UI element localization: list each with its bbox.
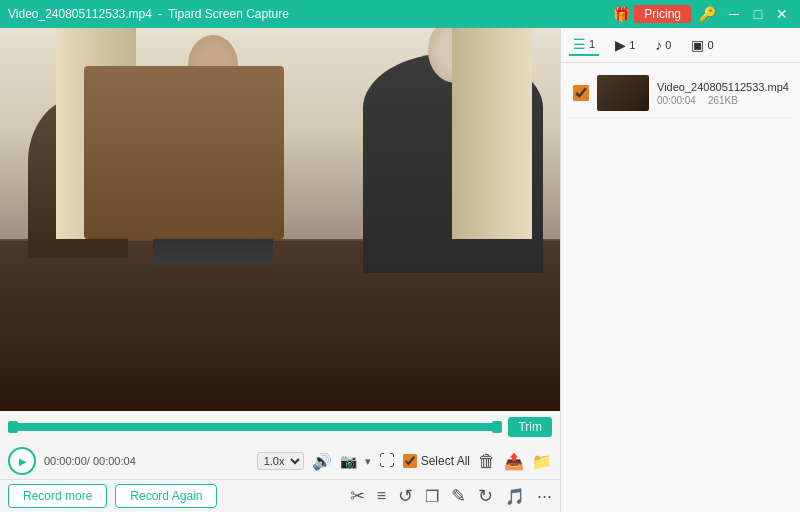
file-name: Video_240805112533.mp4	[657, 81, 789, 93]
time-total: 00:00:04	[93, 455, 136, 467]
left-panel: Trim ▶ 00:00:00/ 00:00:04 1.0x 0.5x 1.5x…	[0, 28, 560, 512]
time-display: 00:00:00/ 00:00:04	[44, 455, 136, 467]
tab-video-badge: 1	[589, 38, 595, 50]
trim-bar: Trim	[0, 411, 560, 443]
video-area	[0, 28, 560, 411]
tab-video-icon: ☰	[573, 36, 586, 52]
file-info: Video_240805112533.mp4 00:00:04 261KB	[657, 81, 789, 106]
video-scene	[0, 28, 560, 411]
trim-button[interactable]: Trim	[508, 417, 552, 437]
curtain-right	[452, 28, 532, 239]
tab-bar: ☰ 1 ▶ 1 ♪ 0 ▣ 0	[561, 28, 800, 63]
time-current: 00:00:00	[44, 455, 87, 467]
file-meta: 00:00:04 261KB	[657, 95, 789, 106]
furniture	[84, 66, 284, 238]
title-bar-right: 🎁 Pricing 🔑 ─ □ ✕	[613, 4, 792, 24]
edit-icon[interactable]: ✎	[451, 485, 466, 507]
equalizer-icon[interactable]: ≡	[377, 487, 386, 505]
select-all-checkbox[interactable]	[403, 454, 417, 468]
refresh-icon[interactable]: ↺	[398, 485, 413, 507]
action-bar-right: ✂ ≡ ↺ ❐ ✎ ↻ 🎵 ···	[350, 485, 552, 507]
action-bar-left: Record more Record Again	[8, 484, 217, 508]
tab-audio-badge: 0	[665, 39, 671, 51]
volume-icon[interactable]: 🔊	[312, 452, 332, 471]
trim-handle-left[interactable]	[8, 421, 18, 433]
gift-icon: 🎁	[613, 6, 630, 22]
pricing-button[interactable]: Pricing	[634, 5, 691, 23]
title-bar: Video_240805112533.mp4 - Tipard Screen C…	[0, 0, 800, 28]
title-bar-separator: -	[158, 7, 162, 21]
folder-icon[interactable]: 📁	[532, 452, 552, 471]
minimize-button[interactable]: ─	[724, 4, 744, 24]
title-bar-left: Video_240805112533.mp4 - Tipard Screen C…	[8, 7, 289, 21]
file-item: Video_240805112533.mp4 00:00:04 261KB	[567, 69, 795, 118]
trim-progress-bar[interactable]	[8, 423, 502, 431]
camera-chevron[interactable]: ▾	[365, 455, 371, 468]
close-button[interactable]: ✕	[772, 4, 792, 24]
right-panel: ☰ 1 ▶ 1 ♪ 0 ▣ 0	[560, 28, 800, 512]
play-icon: ▶	[19, 456, 27, 467]
camera-icon[interactable]: 📷	[340, 453, 357, 469]
export-icon[interactable]: 📤	[504, 452, 524, 471]
action-bar: Record more Record Again ✂ ≡ ↺ ❐ ✎ ↻ 🎵 ·…	[0, 479, 560, 512]
trim-handle-right[interactable]	[492, 421, 502, 433]
file-thumbnail	[597, 75, 649, 111]
controls-area: Trim ▶ 00:00:00/ 00:00:04 1.0x 0.5x 1.5x…	[0, 411, 560, 512]
playback-bar: ▶ 00:00:00/ 00:00:04 1.0x 0.5x 1.5x 2.0x…	[0, 443, 560, 479]
rotate-icon[interactable]: ↻	[478, 485, 493, 507]
select-all-label: Select All	[421, 454, 470, 468]
more-icon[interactable]: ···	[537, 486, 552, 507]
copy-icon[interactable]: ❐	[425, 487, 439, 506]
main-container: Trim ▶ 00:00:00/ 00:00:04 1.0x 0.5x 1.5x…	[0, 28, 800, 512]
tab-video[interactable]: ☰ 1	[569, 34, 599, 56]
tab-audio[interactable]: ♪ 0	[651, 35, 675, 55]
tab-image-icon: ▣	[691, 37, 704, 53]
maximize-button[interactable]: □	[748, 4, 768, 24]
fullscreen-icon[interactable]: ⛶	[379, 452, 395, 470]
audio-icon[interactable]: 🎵	[505, 487, 525, 506]
tab-image-badge: 0	[707, 39, 713, 51]
title-bar-title: Video_240805112533.mp4	[8, 7, 152, 21]
select-all-area[interactable]: Select All	[403, 454, 470, 468]
file-size: 261KB	[708, 95, 738, 106]
delete-icon[interactable]: 🗑	[478, 451, 496, 472]
title-bar-appname: Tipard Screen Capture	[168, 7, 289, 21]
record-more-button[interactable]: Record more	[8, 484, 107, 508]
file-duration: 00:00:04	[657, 95, 696, 106]
tab-play-badge: 1	[629, 39, 635, 51]
key-icon: 🔑	[699, 6, 716, 22]
tab-play-icon: ▶	[615, 37, 626, 53]
tab-audio-icon: ♪	[655, 37, 662, 53]
speed-select[interactable]: 1.0x 0.5x 1.5x 2.0x	[257, 452, 304, 470]
file-list: Video_240805112533.mp4 00:00:04 261KB	[561, 63, 800, 512]
play-button[interactable]: ▶	[8, 447, 36, 475]
tab-image[interactable]: ▣ 0	[687, 35, 717, 55]
file-thumb-inner	[597, 75, 649, 111]
cut-icon[interactable]: ✂	[350, 485, 365, 507]
file-checkbox[interactable]	[573, 85, 589, 101]
tab-play[interactable]: ▶ 1	[611, 35, 639, 55]
record-again-button[interactable]: Record Again	[115, 484, 217, 508]
